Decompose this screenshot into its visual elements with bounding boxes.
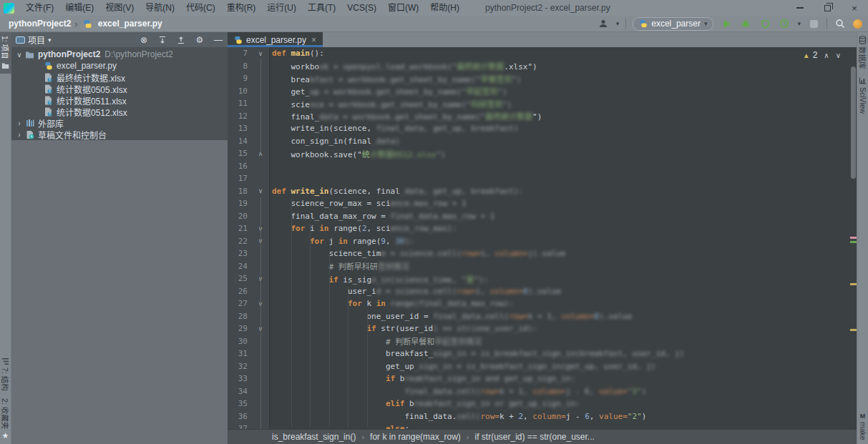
menu-item[interactable]: 导航(N) [140, 0, 180, 16]
minimize-button[interactable] [786, 0, 814, 16]
line-number[interactable]: 31 [228, 349, 252, 358]
code-text[interactable]: elif breakfast_sign_in or get_up_sign_in… [269, 399, 857, 408]
line-number[interactable]: 17 [228, 174, 252, 183]
profiler-dropdown-caret[interactable]: ▾ [797, 20, 801, 27]
editor-scrollbar[interactable] [851, 66, 856, 179]
locate-file-icon[interactable]: ⊗ [139, 35, 149, 45]
line-number[interactable]: 15 [228, 149, 252, 158]
line-number[interactable]: 27 [228, 299, 252, 308]
menu-item[interactable]: 代码(C) [180, 0, 221, 16]
line-number[interactable]: 11 [228, 99, 252, 108]
expand-all-icon[interactable] [157, 36, 167, 44]
error-stripe-mark[interactable] [850, 329, 857, 331]
line-number[interactable]: 35 [228, 399, 252, 408]
error-stripe-mark[interactable] [850, 237, 857, 239]
line-number[interactable]: 29 [228, 324, 252, 333]
menu-item[interactable]: 工具(T) [302, 0, 341, 16]
line-number[interactable]: 36 [228, 412, 252, 421]
menu-item[interactable]: 重构(R) [221, 0, 262, 16]
project-view-caret[interactable]: ▾ [48, 36, 52, 44]
tool-button-favorites[interactable]: 2: 收藏夹 ★ [0, 395, 11, 444]
code-text[interactable]: science_row_max = science.max_row + 1 [269, 199, 857, 208]
tree-item[interactable]: ?统计数据0505.xlsx [11, 83, 228, 94]
restore-button[interactable] [814, 0, 841, 16]
breadcrumb-item[interactable]: is_breakfast_sign_in() [272, 432, 356, 442]
menu-item[interactable]: 编辑(E) [59, 0, 99, 16]
code-text[interactable]: workbook = openpyxl.load_workbook("最终统计数… [269, 60, 857, 71]
fold-icon[interactable]: ∨ [252, 187, 269, 194]
error-stripe-mark[interactable] [850, 241, 857, 243]
code-text[interactable]: for i in range(2, science_row_max): [269, 224, 857, 233]
code-text[interactable]: else: [269, 424, 857, 429]
collapse-all-icon[interactable] [176, 36, 186, 44]
tree-item[interactable]: ›草稿文件和控制台 [11, 129, 228, 140]
line-number[interactable]: 34 [228, 387, 252, 396]
next-problem-icon[interactable]: ∨ [836, 51, 841, 59]
tree-item[interactable]: ?最终统计数据.xlsx [11, 71, 228, 83]
code-text[interactable]: get_up = workbook.get_sheet_by_name("早起签… [269, 85, 857, 97]
code-text[interactable]: breakfast_sign_in = is_breakfast_sign_in… [269, 349, 857, 358]
code-text[interactable]: for k in range(final_data_max_row): [269, 299, 857, 308]
notification-icon[interactable] [853, 19, 862, 29]
menu-item[interactable]: VCS(S) [341, 0, 382, 16]
code-text[interactable]: # 判断早餐和早起签到情况 [269, 335, 857, 347]
line-number[interactable]: 37 [228, 424, 252, 429]
line-number[interactable]: 10 [228, 87, 252, 96]
code-text[interactable]: def write_in(science, final_data, get_up… [269, 187, 857, 196]
code-text[interactable]: breakfast = workbook.get_sheet_by_name("… [269, 73, 857, 84]
line-number[interactable]: 18 [228, 187, 252, 196]
tree-item[interactable]: ?统计数据0511.xlsx [11, 94, 228, 106]
line-number[interactable]: 30 [228, 337, 252, 346]
tool-button-sciview[interactable]: SciView [857, 73, 868, 117]
line-number[interactable]: 7 [228, 49, 252, 58]
code-text[interactable]: get_up_sign_in = is_breakfast_sign_in(ge… [269, 362, 857, 371]
line-number[interactable]: 16 [228, 162, 252, 171]
breadcrumb-item[interactable]: for k in range(max_row) [370, 432, 461, 442]
fold-icon[interactable]: ∨ [252, 50, 269, 57]
close-tab-icon[interactable]: × [311, 35, 316, 45]
tree-chevron-icon[interactable]: › [14, 119, 24, 127]
tool-button-make[interactable]: M make [857, 409, 868, 444]
code-text[interactable]: workbook.save("统计数据0512.xlsx") [269, 148, 857, 159]
code-text[interactable]: def main(): [269, 49, 857, 58]
tool-button-database[interactable]: 数据库 [857, 32, 868, 73]
close-button[interactable]: × [841, 0, 868, 16]
menu-item[interactable]: 视图(V) [99, 0, 140, 16]
tree-chevron-icon[interactable]: › [14, 131, 24, 139]
search-everywhere-icon[interactable] [834, 17, 847, 30]
code-text[interactable]: write_in(science, final_data, get_up, br… [269, 124, 857, 133]
code-text[interactable]: # 判断早科研签到情况 [269, 260, 857, 272]
editor-tab[interactable]: excel_parser.py × [228, 32, 323, 47]
tree-item[interactable]: ∨pythonProject2D:\pythonProject2 [11, 49, 228, 60]
line-number[interactable]: 14 [228, 137, 252, 146]
tree-item[interactable]: ›外部库 [11, 117, 228, 129]
code-text[interactable]: final_data.cell(row=k + 1, column=j - 6,… [269, 387, 857, 396]
line-number[interactable]: 22 [228, 237, 252, 246]
menu-item[interactable]: 窗口(W) [382, 0, 424, 16]
code-text[interactable]: final_data_max_row = final_data.max_row … [269, 212, 857, 221]
run-button[interactable] [720, 17, 733, 30]
hide-panel-icon[interactable]: — [213, 35, 223, 45]
code-text[interactable]: one_user_id = final_data.cell(row=k + 1,… [269, 312, 857, 321]
menu-item[interactable]: 运行(U) [261, 0, 302, 16]
code-text[interactable]: if is_sign_in(science_time, "是"): [269, 273, 857, 285]
code-text[interactable]: science_time = science.cell(row=i, colum… [269, 249, 857, 258]
inspections-widget[interactable]: ▲ 2 ∧ ∨ [803, 50, 841, 60]
debug-button[interactable] [739, 17, 752, 30]
code-text[interactable]: if str(user_id) == str(one_user_id): [269, 324, 857, 333]
breadcrumb-file[interactable]: excel_parser.py [98, 19, 162, 29]
run-configuration-select[interactable]: excel_parser ▾ [633, 17, 713, 31]
code-text[interactable]: science = workbook.get_sheet_by_name("科研… [269, 98, 857, 109]
profiler-button[interactable] [778, 17, 791, 30]
user-icon[interactable] [597, 17, 610, 30]
line-number[interactable]: 25 [228, 274, 252, 283]
tree-item[interactable]: ?统计数据0512.xlsx [11, 106, 228, 117]
code-text[interactable]: for j in range(9, 30): [269, 237, 857, 246]
line-number[interactable]: 19 [228, 199, 252, 208]
line-number[interactable]: 9 [228, 74, 252, 83]
tree-chevron-icon[interactable]: ∨ [14, 51, 24, 59]
stop-button[interactable] [807, 17, 820, 30]
code-text[interactable]: final_data.cell(row=k + 2, column=j - 6,… [269, 412, 857, 421]
error-stripe-mark[interactable] [850, 283, 857, 285]
menu-item[interactable]: 文件(F) [20, 0, 59, 16]
